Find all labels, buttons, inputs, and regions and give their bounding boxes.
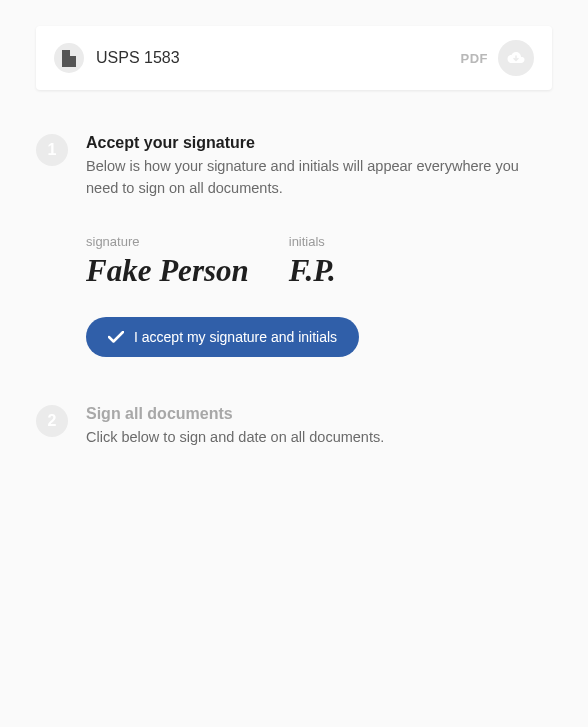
step-1-content: Accept your signature Below is how your … — [86, 134, 552, 357]
initials-value: F.P. — [289, 253, 336, 289]
step-1-title: Accept your signature — [86, 134, 552, 152]
steps-container: 1 Accept your signature Below is how you… — [36, 134, 552, 448]
check-icon — [108, 331, 124, 343]
step-2-title: Sign all documents — [86, 405, 552, 423]
signature-row: signature Fake Person initials F.P. — [86, 234, 552, 289]
pdf-label: PDF — [461, 51, 489, 66]
initials-block: initials F.P. — [289, 234, 336, 289]
signature-label: signature — [86, 234, 249, 249]
document-card: USPS 1583 PDF — [36, 26, 552, 90]
signature-block: signature Fake Person — [86, 234, 249, 289]
document-title: USPS 1583 — [96, 49, 180, 67]
step-1-description: Below is how your signature and initials… — [86, 156, 552, 200]
accept-button-label: I accept my signature and initials — [134, 329, 337, 345]
accept-button[interactable]: I accept my signature and initials — [86, 317, 359, 357]
document-icon — [54, 43, 84, 73]
document-right: PDF — [461, 40, 535, 76]
step-2: 2 Sign all documents Click below to sign… — [36, 405, 552, 449]
step-number-2: 2 — [36, 405, 68, 437]
step-1: 1 Accept your signature Below is how you… — [36, 134, 552, 357]
signature-value: Fake Person — [86, 253, 249, 289]
file-icon — [62, 50, 76, 67]
initials-label: initials — [289, 234, 336, 249]
step-number-1: 1 — [36, 134, 68, 166]
step-2-content: Sign all documents Click below to sign a… — [86, 405, 552, 449]
document-left: USPS 1583 — [54, 43, 180, 73]
step-2-description: Click below to sign and date on all docu… — [86, 427, 552, 449]
cloud-download-icon — [507, 51, 525, 65]
download-button[interactable] — [498, 40, 534, 76]
